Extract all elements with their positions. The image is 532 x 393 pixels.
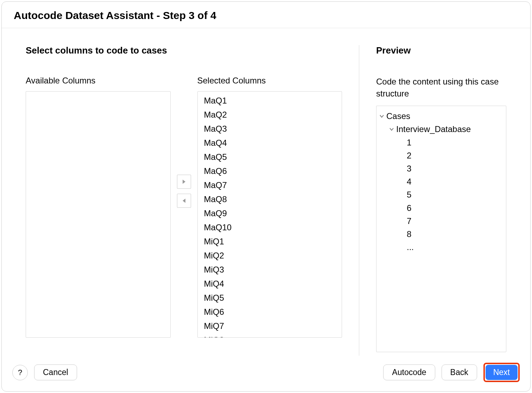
list-item[interactable]: MiQ1 bbox=[198, 235, 342, 249]
list-item[interactable]: MaQ7 bbox=[198, 178, 342, 192]
list-item[interactable]: MiQ4 bbox=[198, 277, 342, 291]
list-item[interactable]: MaQ9 bbox=[198, 206, 342, 220]
help-button[interactable]: ? bbox=[12, 365, 28, 380]
tree-label: 7 bbox=[407, 214, 411, 227]
available-listbox[interactable] bbox=[26, 91, 171, 338]
list-item[interactable]: MaQ10 bbox=[198, 220, 342, 235]
tree-item-case[interactable]: 5 bbox=[379, 188, 504, 201]
preview-section: Preview Code the content using this case… bbox=[359, 45, 506, 356]
available-label: Available Columns bbox=[26, 76, 171, 86]
tree-item-case[interactable]: 7 bbox=[379, 214, 504, 227]
list-item[interactable]: MaQ2 bbox=[198, 108, 342, 122]
dialog: Autocode Dataset Assistant - Step 3 of 4… bbox=[1, 1, 531, 392]
triangle-left-icon bbox=[182, 198, 186, 203]
tree-item-case[interactable]: 3 bbox=[379, 162, 504, 175]
move-left-button[interactable] bbox=[177, 194, 191, 208]
tree-label: ... bbox=[407, 241, 414, 254]
tree-item-case[interactable]: 2 bbox=[379, 149, 504, 162]
selected-listbox[interactable]: MaQ1MaQ2MaQ3MaQ4MaQ5MaQ6MaQ7MaQ8MaQ9MaQ1… bbox=[197, 91, 342, 338]
tree-item-root[interactable]: Cases bbox=[379, 110, 504, 123]
tree-label: 8 bbox=[407, 227, 411, 241]
next-highlight: Next bbox=[483, 363, 520, 382]
tree-label: 3 bbox=[407, 162, 411, 175]
selected-group: Selected Columns MaQ1MaQ2MaQ3MaQ4MaQ5MaQ… bbox=[197, 76, 342, 356]
svg-marker-0 bbox=[183, 180, 185, 184]
list-item[interactable]: MaQ1 bbox=[198, 94, 342, 108]
columns-section: Select columns to code to cases Availabl… bbox=[26, 45, 359, 356]
list-item[interactable]: MiQ7 bbox=[198, 319, 342, 333]
move-buttons bbox=[177, 76, 191, 356]
tree-item-case[interactable]: 1 bbox=[379, 136, 504, 149]
triangle-right-icon bbox=[182, 179, 186, 184]
columns-row: Available Columns bbox=[26, 76, 342, 356]
preview-tree[interactable]: CasesInterview_Database12345678... bbox=[376, 106, 506, 352]
autocode-button[interactable]: Autocode bbox=[383, 364, 435, 380]
tree-label: Cases bbox=[386, 110, 410, 123]
chevron-down-icon bbox=[379, 114, 385, 119]
cancel-button[interactable]: Cancel bbox=[34, 364, 77, 380]
list-item[interactable]: MaQ5 bbox=[198, 150, 342, 164]
list-item[interactable]: MiQ2 bbox=[198, 249, 342, 263]
svg-marker-1 bbox=[183, 199, 185, 203]
dialog-footer: ? Cancel Autocode Back Next bbox=[2, 356, 530, 391]
dialog-title: Autocode Dataset Assistant - Step 3 of 4 bbox=[2, 2, 530, 28]
tree-label: 5 bbox=[407, 188, 411, 201]
list-item[interactable]: MaQ3 bbox=[198, 122, 342, 136]
columns-heading: Select columns to code to cases bbox=[26, 45, 342, 56]
list-item[interactable]: MiQ8 bbox=[198, 333, 342, 338]
list-item[interactable]: MaQ6 bbox=[198, 164, 342, 178]
list-item[interactable]: MiQ6 bbox=[198, 305, 342, 319]
tree-label: 4 bbox=[407, 175, 411, 188]
tree-item-group[interactable]: Interview_Database bbox=[379, 123, 504, 136]
tree-item-case[interactable]: ... bbox=[379, 241, 504, 254]
list-item[interactable]: MiQ5 bbox=[198, 291, 342, 305]
tree-label: 2 bbox=[407, 149, 411, 162]
tree-label: 6 bbox=[407, 201, 411, 214]
move-right-button[interactable] bbox=[177, 175, 191, 189]
next-button[interactable]: Next bbox=[486, 365, 518, 380]
available-group: Available Columns bbox=[26, 76, 171, 356]
tree-item-case[interactable]: 6 bbox=[379, 201, 504, 214]
preview-heading: Preview bbox=[376, 45, 506, 56]
tree-item-case[interactable]: 8 bbox=[379, 227, 504, 241]
list-item[interactable]: MaQ8 bbox=[198, 192, 342, 206]
list-item[interactable]: MiQ3 bbox=[198, 263, 342, 277]
preview-description: Code the content using this case structu… bbox=[376, 76, 506, 99]
dialog-body: Select columns to code to cases Availabl… bbox=[2, 28, 530, 356]
tree-label: Interview_Database bbox=[396, 123, 471, 136]
back-button[interactable]: Back bbox=[442, 364, 477, 380]
chevron-down-icon bbox=[388, 127, 395, 132]
list-item[interactable]: MaQ4 bbox=[198, 136, 342, 150]
selected-label: Selected Columns bbox=[197, 76, 342, 86]
tree-label: 1 bbox=[407, 136, 411, 149]
tree-item-case[interactable]: 4 bbox=[379, 175, 504, 188]
